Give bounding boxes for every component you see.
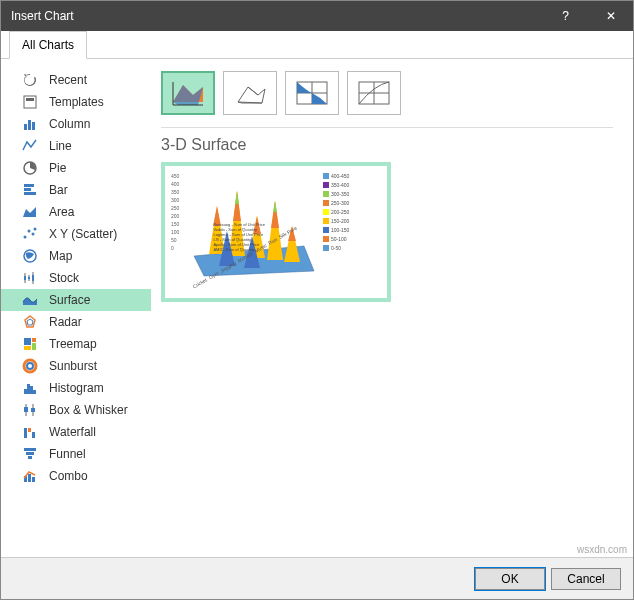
svg-rect-4 xyxy=(32,122,35,130)
sidebar-item-histogram[interactable]: Histogram xyxy=(1,377,151,399)
sunburst-icon xyxy=(21,357,39,375)
svg-rect-29 xyxy=(24,389,27,394)
recent-icon xyxy=(21,71,39,89)
stock-icon xyxy=(21,269,39,287)
sidebar-item-stock[interactable]: Stock xyxy=(1,267,151,289)
close-button[interactable]: ✕ xyxy=(588,1,633,31)
subtype-wireframe-3d[interactable] xyxy=(223,71,277,115)
watermark: wsxdn.com xyxy=(577,544,627,555)
help-button[interactable]: ? xyxy=(543,1,588,31)
main-panel: 3-D Surface 450400 350300 250200 150100 … xyxy=(151,59,633,559)
subtype-contour[interactable] xyxy=(285,71,339,115)
svg-point-10 xyxy=(24,236,27,239)
divider xyxy=(161,127,613,128)
sidebar-item-label: Box & Whisker xyxy=(49,403,128,417)
svg-rect-31 xyxy=(30,386,33,394)
svg-rect-1 xyxy=(26,98,34,101)
templates-icon xyxy=(21,93,39,111)
sidebar-item-column[interactable]: Column xyxy=(1,113,151,135)
dialog-footer: OK Cancel xyxy=(1,557,633,599)
funnel-icon xyxy=(21,445,39,463)
svg-rect-34 xyxy=(24,407,28,412)
ok-button[interactable]: OK xyxy=(475,568,545,590)
sidebar-item-bar[interactable]: Bar xyxy=(1,179,151,201)
pie-icon xyxy=(21,159,39,177)
sidebar-item-label: Combo xyxy=(49,469,88,483)
subtype-row xyxy=(161,71,613,115)
svg-rect-7 xyxy=(24,188,31,191)
sidebar-item-funnel[interactable]: Funnel xyxy=(1,443,151,465)
y-axis-ticks: 450400 350300 250200 150100 500 xyxy=(171,172,179,252)
sidebar-item-radar[interactable]: Radar xyxy=(1,311,151,333)
svg-marker-22 xyxy=(27,319,33,325)
svg-point-12 xyxy=(32,233,35,236)
svg-rect-0 xyxy=(24,96,36,108)
svg-rect-6 xyxy=(24,184,34,187)
area-icon xyxy=(21,203,39,221)
titlebar: Insert Chart ? ✕ xyxy=(1,1,633,31)
svg-rect-36 xyxy=(31,408,35,412)
window-title: Insert Chart xyxy=(11,9,74,23)
sidebar-item-label: Histogram xyxy=(49,381,104,395)
sidebar-item-sunburst[interactable]: Sunburst xyxy=(1,355,151,377)
sidebar-item-label: Funnel xyxy=(49,447,86,461)
surface-icon xyxy=(21,291,39,309)
histogram-icon xyxy=(21,379,39,397)
chart-legend: 400-450 350-400 300-350 250-300 200-250 … xyxy=(323,172,381,292)
sidebar-item-combo[interactable]: Combo xyxy=(1,465,151,487)
svg-rect-44 xyxy=(28,474,31,482)
sidebar-item-boxwhisker[interactable]: Box & Whisker xyxy=(1,399,151,421)
sidebar-item-label: Radar xyxy=(49,315,82,329)
svg-rect-41 xyxy=(26,452,34,455)
svg-rect-20 xyxy=(32,275,34,281)
sidebar-item-templates[interactable]: Templates xyxy=(1,91,151,113)
svg-line-52 xyxy=(248,87,258,95)
svg-rect-24 xyxy=(32,338,36,342)
sidebar-item-label: Templates xyxy=(49,95,104,109)
scatter-icon xyxy=(21,225,39,243)
svg-rect-23 xyxy=(24,338,31,345)
sidebar-item-recent[interactable]: Recent xyxy=(1,69,151,91)
line-icon xyxy=(21,137,39,155)
sidebar-item-label: Treemap xyxy=(49,337,97,351)
sidebar-item-surface[interactable]: Surface xyxy=(1,289,151,311)
cancel-button[interactable]: Cancel xyxy=(551,568,621,590)
svg-rect-40 xyxy=(24,448,36,451)
subtype-wireframe-contour[interactable] xyxy=(347,71,401,115)
boxwhisker-icon xyxy=(21,401,39,419)
sidebar-item-label: Column xyxy=(49,117,90,131)
svg-marker-9 xyxy=(23,207,36,217)
svg-rect-3 xyxy=(28,120,31,130)
svg-marker-69 xyxy=(273,201,277,212)
tab-all-charts[interactable]: All Charts xyxy=(9,31,87,59)
sidebar-item-pie[interactable]: Pie xyxy=(1,157,151,179)
preview-title: 3-D Surface xyxy=(161,136,613,154)
sidebar-item-line[interactable]: Line xyxy=(1,135,151,157)
svg-point-11 xyxy=(28,230,31,233)
svg-rect-8 xyxy=(24,192,36,195)
sidebar-item-treemap[interactable]: Treemap xyxy=(1,333,151,355)
sidebar-item-label: Map xyxy=(49,249,72,263)
sidebar-item-label: Line xyxy=(49,139,72,153)
sidebar-item-area[interactable]: Area xyxy=(1,201,151,223)
subtype-3d-surface[interactable] xyxy=(161,71,215,115)
sidebar-item-scatter[interactable]: X Y (Scatter) xyxy=(1,223,151,245)
svg-rect-38 xyxy=(28,428,31,432)
sidebar-item-label: X Y (Scatter) xyxy=(49,227,117,241)
svg-rect-42 xyxy=(28,456,32,459)
chart-preview[interactable]: 450400 350300 250200 150100 500 Samsu xyxy=(161,162,391,302)
svg-rect-39 xyxy=(32,432,35,438)
radar-icon xyxy=(21,313,39,331)
svg-rect-37 xyxy=(24,428,27,438)
svg-rect-32 xyxy=(33,390,36,394)
svg-marker-47 xyxy=(173,85,203,105)
svg-point-13 xyxy=(34,228,37,231)
sidebar-item-waterfall[interactable]: Waterfall xyxy=(1,421,151,443)
sidebar-item-map[interactable]: Map xyxy=(1,245,151,267)
bar-icon xyxy=(21,181,39,199)
map-icon xyxy=(21,247,39,265)
waterfall-icon xyxy=(21,423,39,441)
svg-rect-18 xyxy=(24,276,26,280)
svg-rect-45 xyxy=(32,477,35,482)
chart-type-sidebar: Recent Templates Column Line Pie Bar Are… xyxy=(1,59,151,559)
